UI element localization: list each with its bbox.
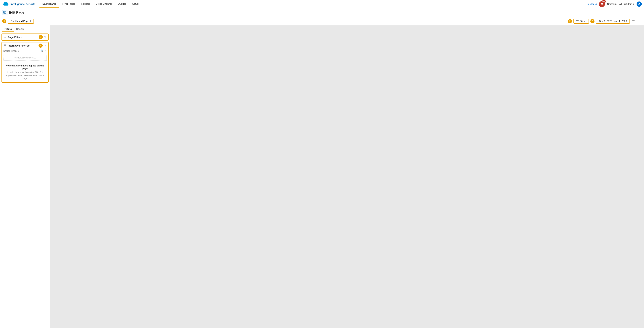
edit-page-icon (2, 10, 8, 15)
org-selector[interactable]: Northern Trail Outfitters ▾ (607, 2, 634, 6)
date-range-button[interactable]: Dec 1, 2022 - Jan 1, 2023 (596, 18, 630, 24)
filterset-title: Interactive FilterSet (8, 44, 37, 47)
nav-tab-setup[interactable]: Setup (129, 0, 142, 8)
notification-area[interactable]: 99+ (599, 1, 605, 7)
top-nav: Intelligence Reports Dashboards Pivot Ta… (0, 0, 644, 8)
search-more-icon[interactable]: ⋮ (44, 50, 47, 52)
filter-icon (576, 20, 579, 22)
eye-icon[interactable]: 👁 (631, 19, 636, 24)
sidebar-tab-filters[interactable]: Filters (2, 26, 14, 32)
filterset-icon (4, 44, 6, 47)
filterset-close-icon[interactable]: ✕ (44, 44, 46, 47)
nav-tab-dashboards[interactable]: Dashboards (40, 0, 59, 8)
nav-tab-pivot-tables[interactable]: Pivot Tables (59, 0, 78, 8)
filterset-header[interactable]: Interactive FilterSet 5 ✕ (2, 42, 48, 49)
nav-right: Feedback 99+ Northern Trail Outfitters ▾ (587, 1, 642, 7)
app-name: Intelligence Reports (10, 2, 35, 6)
step-3-badge: 3 (590, 19, 594, 23)
svg-rect-4 (4, 12, 5, 13)
notification-count: 99+ (602, 0, 606, 2)
dashboard-page-tab[interactable]: Dashboard Page 1 (8, 18, 34, 24)
dashboard-header-right: 2 Filters 3 Dec 1, 2022 - Jan 1, 2023 👁 … (568, 18, 642, 24)
step-1-badge: 1 (2, 19, 6, 23)
empty-state-title: No Interactive Filters applied on this p… (5, 64, 45, 70)
search-area: 🔍 ⋮ (2, 49, 48, 53)
filters-button[interactable]: Filters (574, 18, 589, 24)
svg-point-1 (638, 3, 640, 4)
user-avatar[interactable] (636, 2, 642, 7)
svg-point-0 (601, 3, 603, 4)
org-dropdown-icon: ▾ (633, 2, 634, 6)
sidebar: Filters Design Page Filters 4 ⇅ Interact… (0, 25, 50, 328)
nav-tab-reports[interactable]: Reports (78, 0, 93, 8)
filters-label: Filters (580, 20, 586, 22)
nav-tabs: Dashboards Pivot Tables Reports Cross-Ch… (40, 0, 587, 8)
search-filterset-input[interactable] (3, 50, 40, 52)
page-filters-title: Page Filters (8, 36, 37, 38)
sidebar-tabs: Filters Design (0, 25, 50, 32)
step-2-badge: 2 (568, 19, 572, 23)
org-name-label: Northern Trail Outfitters (607, 2, 632, 6)
page-filters-header[interactable]: Page Filters 4 ⇅ (2, 34, 48, 40)
logo-area: Intelligence Reports (2, 2, 40, 6)
edit-page-title: Edit Page (9, 10, 24, 14)
interactive-filterset-section: Interactive FilterSet 5 ✕ 🔍 ⋮ + Interact… (2, 42, 48, 83)
collapse-icon[interactable]: ⇅ (44, 36, 46, 38)
dashboard-header: 1 Dashboard Page 1 2 Filters 3 Dec 1, 20… (0, 17, 644, 25)
empty-state-description: In order to save an Interactive FilterSe… (5, 71, 45, 80)
nav-tab-queries[interactable]: Queries (115, 0, 129, 8)
page-filter-icon (4, 36, 6, 38)
dashboard-content-area (50, 25, 644, 328)
sidebar-tab-design[interactable]: Design (14, 26, 26, 32)
step-4-badge: 4 (39, 35, 43, 39)
step-5-badge: 5 (38, 44, 42, 48)
feedback-button[interactable]: Feedback (587, 3, 597, 6)
search-icon: 🔍 (40, 50, 44, 52)
salesforce-logo (2, 2, 9, 6)
edit-page-header: Edit Page (0, 8, 644, 17)
nav-tab-cross-channel[interactable]: Cross-Channel (93, 0, 115, 8)
more-options-icon[interactable]: ⋮ (637, 18, 642, 24)
add-interactive-filter[interactable]: + Interactive FilterSet (3, 55, 47, 61)
empty-state: No Interactive Filters applied on this p… (2, 62, 48, 82)
main-layout: Filters Design Page Filters 4 ⇅ Interact… (0, 25, 644, 328)
page-filters-section: Page Filters 4 ⇅ (2, 34, 48, 40)
